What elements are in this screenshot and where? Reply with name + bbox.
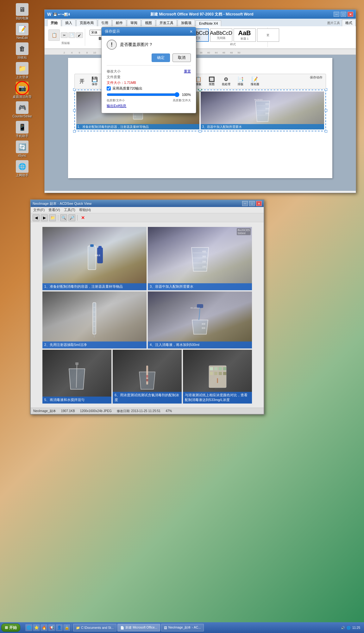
taskbar-item-word[interactable]: 📄 新建 Microsoft Office... bbox=[117, 624, 160, 631]
word-window: W 💾 ↩ ↪📊⬇ 新建 Microsoft Office Word 97-20… bbox=[44, 9, 356, 193]
desktop-icon-mycomputer[interactable]: 🖥 我的电脑 bbox=[11, 3, 33, 20]
style-nospace-preview: AaBbCcD bbox=[210, 30, 232, 36]
img-tool-open[interactable]: 开 bbox=[77, 77, 87, 86]
neo-measuring-cup-svg: 400 300 200 100 bbox=[189, 243, 211, 274]
tab-mailings[interactable]: 邮件 bbox=[112, 19, 126, 26]
tab-endnote[interactable]: EndNote X4 bbox=[196, 20, 221, 26]
save-action-text[interactable]: 保存动作 bbox=[310, 75, 323, 80]
tab-references[interactable]: 引用 bbox=[98, 19, 112, 26]
tab-format[interactable]: 格式 bbox=[342, 19, 356, 26]
neo-teststrip-svg bbox=[138, 362, 157, 391]
tab-home[interactable]: 开始 bbox=[47, 19, 61, 26]
dialog-exif-link[interactable]: 输出Exif信息 bbox=[107, 103, 126, 108]
neo-photo4-content: 400 300 B5+20CEE bbox=[148, 291, 252, 348]
neoimage-icon-wrapper: 📷 bbox=[16, 82, 28, 94]
image-handle-bottom-right[interactable] bbox=[325, 130, 327, 133]
cell2-content: 400 300 200 B≥20CE5 bbox=[201, 91, 324, 129]
neo-zoom-in-button[interactable]: 🔍 bbox=[60, 214, 67, 221]
copy-button[interactable]: 📄 bbox=[68, 32, 75, 38]
svg-text:400: 400 bbox=[202, 323, 205, 325]
tab-developer[interactable]: 开发工具 bbox=[156, 19, 177, 26]
menu-view[interactable]: 查看(V) bbox=[48, 208, 60, 212]
image-handle-bottom-center[interactable] bbox=[199, 130, 201, 133]
internet-icon: 🌐 bbox=[16, 160, 28, 173]
open-icon: 开 bbox=[79, 78, 85, 85]
quality-slider[interactable] bbox=[107, 92, 179, 97]
img-tool-cutout[interactable]: 🔲 抠图 bbox=[206, 75, 217, 87]
neo-prev-button[interactable]: ◀ bbox=[33, 214, 40, 221]
ruler-tick-40: 40 bbox=[205, 51, 212, 54]
neoimage-close-button[interactable]: ✕ bbox=[256, 201, 262, 206]
paste-button[interactable]: 📋 bbox=[48, 29, 60, 41]
img-tool-batch[interactable]: ⚙ 批处理 bbox=[220, 75, 233, 87]
tab-addins[interactable]: 加载项 bbox=[178, 19, 195, 26]
desktop-icon-iisync[interactable]: 🔄 iiSync bbox=[11, 141, 33, 158]
image-handle-bottom-left[interactable] bbox=[73, 130, 76, 133]
quicklaunch-1[interactable]: 🌐 bbox=[25, 624, 32, 631]
desktop-icon-recycle[interactable]: 🗑 回收站 bbox=[11, 42, 33, 60]
neo-open-button[interactable]: 📁 bbox=[49, 214, 56, 221]
word-caption-2: 3、容器中加入配制所需要水 bbox=[201, 124, 324, 129]
word-close-button[interactable]: ✕ bbox=[348, 12, 353, 17]
iisync-icon: 🔄 bbox=[16, 141, 28, 153]
neoimage-minimize-button[interactable]: ─ bbox=[242, 201, 248, 206]
quicklaunch-3[interactable]: 🔥 bbox=[41, 624, 47, 631]
word-minimize-button[interactable]: ─ bbox=[334, 12, 339, 17]
highlight-circle bbox=[15, 81, 29, 95]
neo-next-button[interactable]: ▶ bbox=[41, 214, 48, 221]
desktop-icon-internet[interactable]: 🌐 上网助手 bbox=[11, 160, 33, 177]
style-more[interactable]: 更 bbox=[257, 28, 279, 42]
start-label: 开始 bbox=[9, 625, 17, 630]
dialog-reset-link[interactable]: 重置 bbox=[184, 69, 191, 74]
desktop-icon-phone[interactable]: 📱 手机助手 bbox=[11, 121, 33, 138]
start-button[interactable]: ⊞ 开始 bbox=[1, 624, 20, 632]
desktop-icon-neoimage[interactable]: 📷 桌面清洁向导 bbox=[11, 82, 33, 99]
quicklaunch-5[interactable]: 👤 bbox=[56, 624, 63, 631]
image-handle-right[interactable] bbox=[325, 109, 327, 112]
menu-file[interactable]: 文件(F) bbox=[33, 208, 45, 212]
word-maximize-button[interactable]: □ bbox=[341, 12, 346, 17]
quicklaunch-2[interactable]: ⭐ bbox=[33, 624, 40, 631]
svg-text:400: 400 bbox=[265, 103, 269, 105]
svg-text:100: 100 bbox=[133, 115, 136, 117]
cutout-label: 抠图 bbox=[209, 82, 215, 86]
high-quality-label: 高质量/文件大 bbox=[173, 98, 191, 103]
tab-view[interactable]: 视图 bbox=[141, 19, 155, 26]
tab-review[interactable]: 审阅 bbox=[127, 19, 141, 26]
quicklaunch-6[interactable]: 🔒 bbox=[63, 624, 70, 631]
desktop-icon-game[interactable]: 🎮 CounterStrike bbox=[11, 101, 33, 118]
neo-photo-3: 2、先用注射器抽取5ml洁净 bbox=[42, 291, 147, 348]
format-paint-button[interactable]: 🖌 bbox=[76, 32, 83, 38]
img-tool-register[interactable]: 📝 报名圆 bbox=[248, 75, 261, 87]
dialog-cancel-button[interactable]: 取消 bbox=[173, 53, 191, 62]
svg-rect-49 bbox=[223, 367, 226, 370]
desktop-icon-login[interactable]: 📁 上次登录 bbox=[11, 62, 33, 79]
ruler-tick-6: 6 bbox=[76, 51, 83, 54]
neo-zoom-out-button[interactable]: 🔎 bbox=[68, 214, 75, 221]
neoimage-window: NeoImage 副本 - ACDSee Quick View ─ □ ✕ 文件… bbox=[30, 199, 264, 415]
tray-time: 11:25 bbox=[352, 626, 360, 630]
tray-network-icon[interactable]: 🌐 bbox=[347, 626, 350, 630]
menu-help[interactable]: 帮助(H) bbox=[79, 208, 91, 212]
image-handle-left[interactable] bbox=[73, 109, 76, 112]
style-heading1[interactable]: AaB 标题 1 bbox=[234, 28, 256, 42]
neoimage-maximize-button[interactable]: □ bbox=[249, 201, 255, 206]
dialog-hq-checkbox[interactable] bbox=[107, 86, 111, 91]
status-modified: 修改日期: 2313-11-25 11:25:51 bbox=[117, 409, 160, 413]
dialog-close-button[interactable]: ✕ bbox=[190, 29, 193, 34]
desktop-icon-neoedit[interactable]: 📝 NeoEdit bbox=[11, 23, 33, 40]
img-tool-save[interactable]: 💾 保存 bbox=[89, 75, 100, 87]
img-tool-layout[interactable]: 📑 排版 bbox=[235, 75, 246, 87]
style-no-spacing[interactable]: AaBbCcD 无间隔 bbox=[210, 28, 232, 42]
tab-page-layout[interactable]: 页面布局 bbox=[76, 19, 97, 26]
quicklaunch-4[interactable]: 📢 bbox=[48, 624, 55, 631]
taskbar-item-explorer[interactable]: 📁 C:\Documents and St... bbox=[73, 624, 116, 631]
tray-sound-icon[interactable]: 🔊 bbox=[341, 626, 345, 630]
dialog-ok-button[interactable]: 确定 bbox=[152, 53, 170, 62]
tab-insert[interactable]: 插入 bbox=[62, 19, 76, 26]
neo-delete-button[interactable]: ✕ bbox=[79, 214, 86, 221]
taskbar-item-neoimage[interactable]: 🖼 NeoImage_副本 - AC... bbox=[161, 624, 204, 631]
cut-button[interactable]: ✂ bbox=[61, 32, 68, 38]
game-icon: 🎮 bbox=[16, 101, 28, 114]
menu-tools[interactable]: 工具(T) bbox=[64, 208, 75, 212]
